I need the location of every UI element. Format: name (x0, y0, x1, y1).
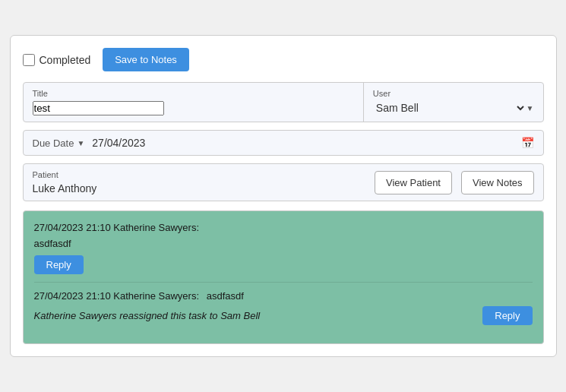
save-to-notes-button[interactable]: Save to Notes (103, 48, 189, 71)
comment-italic-2: Katherine Sawyers reassigned this task t… (34, 310, 476, 321)
title-user-section: Title User Sam Bell ▼ (23, 82, 544, 122)
due-date-section: Due Date ▼ 📅 (23, 130, 544, 156)
comment-block-1: 27/04/2023 21:10 Katherine Sawyers: asdf… (34, 222, 533, 274)
calendar-icon: 📅 (521, 137, 534, 149)
due-date-input[interactable] (92, 137, 513, 149)
title-group: Title (24, 83, 364, 122)
comment-inline-text-2: asdfasdf (207, 290, 244, 302)
comments-section: 27/04/2023 21:10 Katherine Sawyers: asdf… (23, 210, 544, 344)
view-patient-button[interactable]: View Patient (375, 171, 452, 194)
completed-label: Completed (40, 54, 91, 66)
patient-section: Patient View Patient View Notes (23, 163, 544, 201)
comment-block-2: 27/04/2023 21:10 Katherine Sawyers: asdf… (34, 290, 533, 325)
comment-header-text-1: 27/04/2023 21:10 Katherine Sawyers: (34, 222, 200, 233)
patient-label: Patient (33, 170, 365, 179)
comment-text-1: asdfasdf (34, 238, 533, 249)
reply-button-1[interactable]: Reply (34, 255, 84, 274)
completed-checkbox-label[interactable]: Completed (23, 54, 91, 66)
chevron-down-icon: ▼ (526, 104, 534, 112)
top-row: Completed Save to Notes (23, 48, 544, 71)
due-date-label: Due Date (33, 138, 74, 149)
title-input[interactable] (33, 101, 164, 115)
user-select-wrapper: Sam Bell ▼ (373, 101, 534, 115)
comment-footer-2: Katherine Sawyers reassigned this task t… (34, 306, 533, 325)
reply-button-2[interactable]: Reply (482, 306, 532, 325)
completed-checkbox[interactable] (23, 54, 35, 66)
comment-header-text-2: 27/04/2023 21:10 Katherine Sawyers: (34, 290, 200, 302)
user-group: User Sam Bell ▼ (364, 83, 543, 122)
patient-group: Patient (33, 170, 365, 194)
user-select[interactable]: Sam Bell (373, 101, 526, 115)
comment-header-2: 27/04/2023 21:10 Katherine Sawyers: asdf… (34, 290, 533, 302)
due-date-label-group: Due Date ▼ (33, 138, 85, 149)
comment-header-1: 27/04/2023 21:10 Katherine Sawyers: (34, 222, 533, 233)
chevron-down-icon: ▼ (77, 139, 84, 147)
user-label: User (373, 89, 534, 98)
patient-input[interactable] (33, 182, 365, 194)
main-card: Completed Save to Notes Title User Sam B… (10, 35, 557, 357)
view-notes-button[interactable]: View Notes (461, 171, 534, 194)
title-label: Title (33, 89, 354, 98)
comment-divider (34, 282, 533, 283)
